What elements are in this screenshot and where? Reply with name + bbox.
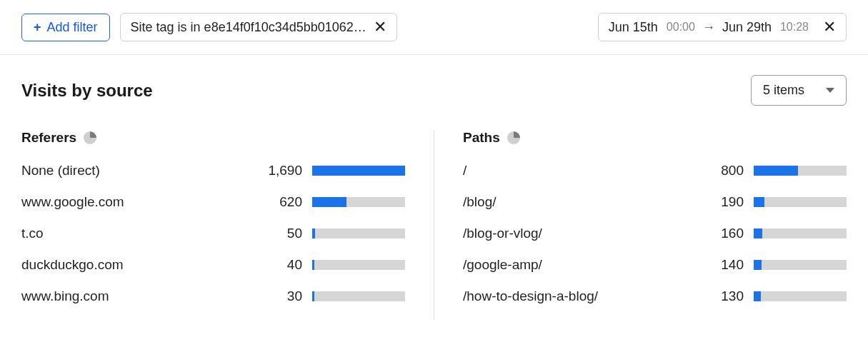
paths-column: Paths /800/blog/190/blog-or-vlog/160/goo… bbox=[434, 130, 847, 320]
row-value: 160 bbox=[701, 226, 744, 241]
bar bbox=[312, 228, 405, 238]
bar-fill bbox=[754, 166, 798, 176]
add-filter-button[interactable]: + Add filter bbox=[21, 14, 110, 41]
row-name: /google-amp/ bbox=[463, 257, 691, 273]
filter-chip-site-tag[interactable]: Site tag is in e8e14f0f10c34d5bb01062… ✕ bbox=[120, 13, 397, 41]
bar bbox=[312, 291, 405, 301]
list-item[interactable]: None (direct)1,690 bbox=[21, 163, 405, 179]
list-item[interactable]: www.google.com620 bbox=[21, 194, 405, 210]
row-value: 130 bbox=[701, 288, 744, 304]
row-value: 800 bbox=[701, 163, 744, 179]
row-name: duckduckgo.com bbox=[21, 257, 249, 273]
row-name: / bbox=[463, 163, 691, 179]
bar-fill bbox=[754, 197, 764, 207]
date-range-chip[interactable]: Jun 15th 00:00 → Jun 29th 10:28 ✕ bbox=[598, 13, 847, 41]
section-header: Visits by source 5 items bbox=[21, 75, 847, 106]
toolbar: + Add filter Site tag is in e8e14f0f10c3… bbox=[0, 0, 868, 55]
bar-fill bbox=[312, 260, 314, 270]
row-name: /blog-or-vlog/ bbox=[463, 226, 691, 241]
paths-title: Paths bbox=[463, 130, 500, 146]
list-item[interactable]: www.bing.com30 bbox=[21, 288, 405, 304]
referers-header: Referers bbox=[21, 130, 405, 146]
referers-title: Referers bbox=[21, 130, 76, 146]
row-value: 50 bbox=[259, 226, 302, 241]
paths-rows: /800/blog/190/blog-or-vlog/160/google-am… bbox=[463, 163, 847, 304]
bar-fill bbox=[312, 228, 315, 238]
plus-icon: + bbox=[34, 21, 41, 34]
date-end-time: 10:28 bbox=[780, 21, 809, 34]
bar bbox=[754, 197, 847, 207]
date-start: Jun 15th bbox=[609, 20, 658, 35]
filter-chip-label: Site tag is in e8e14f0f10c34d5bb01062… bbox=[131, 20, 366, 35]
bar-fill bbox=[312, 197, 346, 207]
bar-fill bbox=[754, 291, 761, 301]
row-value: 140 bbox=[701, 257, 744, 273]
chevron-down-icon bbox=[826, 88, 834, 93]
bar bbox=[754, 291, 847, 301]
list-item[interactable]: duckduckgo.com40 bbox=[21, 257, 405, 273]
referers-rows: None (direct)1,690www.google.com620t.co5… bbox=[21, 163, 405, 304]
date-start-time: 00:00 bbox=[667, 21, 695, 34]
bar bbox=[754, 166, 847, 176]
list-item[interactable]: /800 bbox=[463, 163, 847, 179]
close-icon[interactable]: ✕ bbox=[374, 19, 386, 35]
list-item[interactable]: /blog-or-vlog/160 bbox=[463, 226, 847, 241]
paths-header: Paths bbox=[463, 130, 847, 146]
row-value: 190 bbox=[701, 194, 744, 210]
add-filter-label: Add filter bbox=[47, 20, 98, 35]
columns: Referers None (direct)1,690www.google.co… bbox=[21, 130, 847, 320]
row-name: t.co bbox=[21, 226, 249, 241]
section-title: Visits by source bbox=[21, 81, 153, 101]
row-name: /blog/ bbox=[463, 194, 691, 210]
row-name: www.bing.com bbox=[21, 288, 249, 304]
row-name: www.google.com bbox=[21, 194, 249, 210]
bar bbox=[312, 166, 405, 176]
bar-fill bbox=[312, 291, 314, 301]
row-name: None (direct) bbox=[21, 163, 249, 179]
row-value: 40 bbox=[259, 257, 302, 273]
arrow-right-icon: → bbox=[702, 20, 715, 35]
referers-column: Referers None (direct)1,690www.google.co… bbox=[21, 130, 434, 320]
list-item[interactable]: t.co50 bbox=[21, 226, 405, 241]
bar bbox=[754, 228, 847, 238]
pie-chart-icon[interactable] bbox=[84, 131, 96, 144]
visits-by-source-section: Visits by source 5 items Referers None (… bbox=[0, 55, 868, 334]
bar-fill bbox=[754, 260, 762, 270]
row-value: 30 bbox=[259, 288, 302, 304]
row-value: 620 bbox=[259, 194, 302, 210]
row-value: 1,690 bbox=[259, 163, 302, 179]
bar-fill bbox=[312, 166, 405, 176]
bar bbox=[754, 260, 847, 270]
list-item[interactable]: /blog/190 bbox=[463, 194, 847, 210]
pie-chart-icon[interactable] bbox=[507, 131, 520, 144]
items-select-label: 5 items bbox=[763, 83, 804, 98]
row-name: /how-to-design-a-blog/ bbox=[463, 288, 691, 304]
date-end: Jun 29th bbox=[722, 20, 772, 35]
bar bbox=[312, 197, 405, 207]
list-item[interactable]: /google-amp/140 bbox=[463, 257, 847, 273]
list-item[interactable]: /how-to-design-a-blog/130 bbox=[463, 288, 847, 304]
items-count-select[interactable]: 5 items bbox=[751, 75, 847, 106]
bar bbox=[312, 260, 405, 270]
bar-fill bbox=[754, 228, 762, 238]
close-icon[interactable]: ✕ bbox=[823, 19, 836, 35]
